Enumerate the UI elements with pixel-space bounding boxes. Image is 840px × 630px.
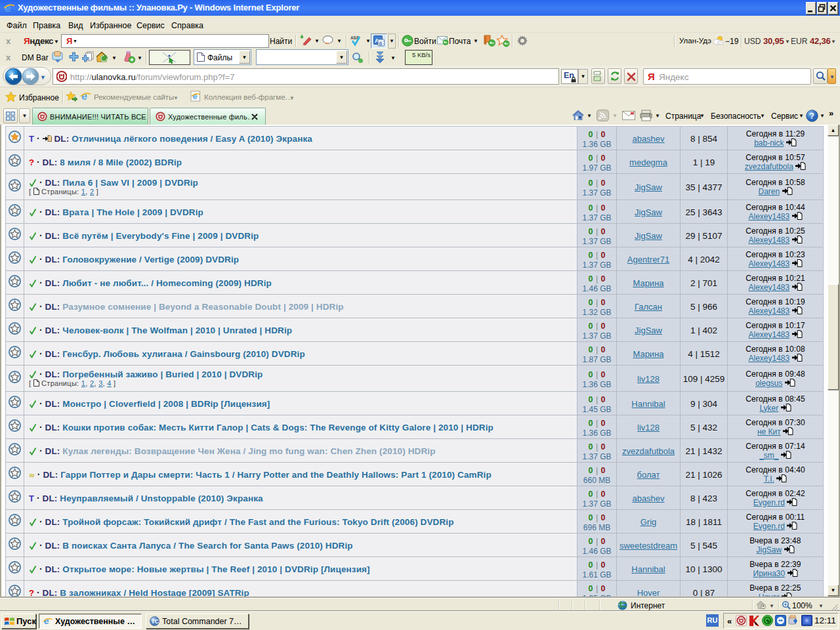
svg-text:e: e bbox=[44, 616, 49, 626]
svg-text:?: ? bbox=[810, 112, 814, 121]
svg-text:e: e bbox=[5, 2, 10, 14]
svg-text:TC: TC bbox=[152, 618, 159, 625]
svg-text:e: e bbox=[81, 91, 87, 102]
svg-text:e: e bbox=[193, 91, 198, 101]
svg-text:б: б bbox=[379, 41, 383, 47]
